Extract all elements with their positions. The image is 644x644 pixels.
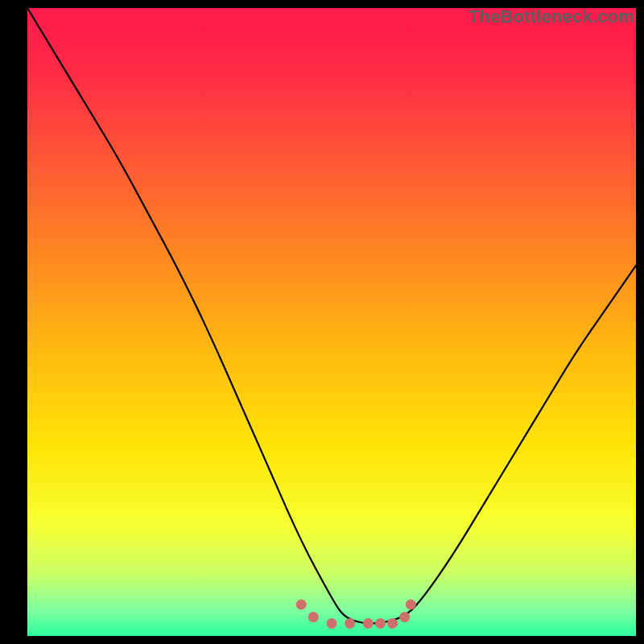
dot-marker (387, 618, 398, 629)
dot-marker (375, 618, 386, 629)
dot-marker (406, 600, 416, 610)
dot-marker (327, 618, 337, 629)
dot-marker (345, 618, 355, 629)
gradient-background (27, 8, 636, 636)
watermark-text: TheBottleneck.com (469, 6, 634, 27)
dot-marker (399, 612, 410, 622)
dot-marker (363, 618, 374, 629)
bottleneck-chart (27, 8, 636, 636)
dot-marker (296, 600, 307, 610)
dot-marker (308, 612, 319, 622)
